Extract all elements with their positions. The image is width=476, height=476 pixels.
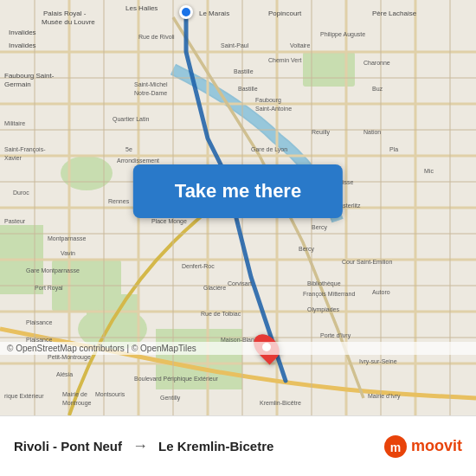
svg-text:Place Monge: Place Monge — [151, 218, 187, 225]
svg-text:François Mitterrand: François Mitterrand — [303, 291, 355, 298]
svg-text:Gare de Lyon: Gare de Lyon — [251, 146, 287, 153]
svg-text:Musée du Louvre: Musée du Louvre — [42, 18, 95, 26]
svg-text:Pasteur: Pasteur — [4, 218, 26, 224]
svg-text:Ivry-sur-Seine: Ivry-sur-Seine — [359, 358, 397, 365]
origin-label: Rivoli - Pont Neuf — [14, 439, 122, 453]
svg-text:Montparnasse: Montparnasse — [48, 235, 86, 242]
moovit-text: moovit — [411, 437, 462, 455]
svg-text:Autoro: Autoro — [372, 289, 390, 295]
svg-text:Petit-Montrouge: Petit-Montrouge — [48, 354, 91, 361]
svg-text:Xavier: Xavier — [4, 155, 23, 161]
origin-marker — [179, 5, 193, 19]
svg-text:m: m — [390, 441, 401, 454]
svg-text:Corvisart: Corvisart — [228, 280, 252, 286]
svg-text:Chemin Vert: Chemin Vert — [268, 57, 302, 63]
svg-text:Pla: Pla — [389, 146, 398, 152]
svg-text:Quartier Latin: Quartier Latin — [113, 116, 150, 123]
svg-text:Bibliothèque: Bibliothèque — [307, 280, 341, 287]
svg-text:Glacière: Glacière — [203, 285, 226, 291]
svg-text:Les Halles: Les Halles — [125, 4, 158, 12]
svg-text:Militaire: Militaire — [4, 120, 25, 126]
arrow-icon: → — [132, 437, 148, 455]
destination-label: Le Kremlin-Bicetre — [158, 439, 273, 453]
svg-text:Kremlin-Bicêtre: Kremlin-Bicêtre — [260, 400, 301, 406]
moovit-logo: m moovit — [383, 434, 462, 459]
svg-text:Alésia: Alésia — [56, 371, 73, 377]
svg-text:Charonne: Charonne — [363, 60, 390, 66]
svg-text:Porte d'Ivry: Porte d'Ivry — [320, 332, 351, 339]
svg-text:Arrondissement: Arrondissement — [117, 158, 159, 164]
svg-text:Palais Royal -: Palais Royal - — [43, 10, 87, 17]
svg-text:Bastille: Bastille — [238, 86, 258, 92]
svg-text:Notre-Dame: Notre-Dame — [134, 90, 167, 96]
svg-text:Popincourt: Popincourt — [268, 10, 302, 17]
svg-text:Nation: Nation — [363, 129, 381, 135]
svg-text:Denfert-Roc: Denfert-Roc — [182, 263, 215, 269]
footer: Rivoli - Pont Neuf → Le Kremlin-Bicetre … — [0, 415, 476, 476]
svg-text:Montrouge: Montrouge — [62, 400, 92, 407]
copyright-bar: © OpenStreetMap contributors | © OpenMap… — [0, 342, 476, 355]
svg-text:Saint-Antoine: Saint-Antoine — [255, 106, 292, 112]
svg-text:Bercy: Bercy — [312, 224, 327, 231]
svg-text:Gentilly: Gentilly — [160, 395, 181, 402]
svg-text:Rue de Tolbiac: Rue de Tolbiac — [201, 311, 241, 317]
svg-text:Père Lachaise: Père Lachaise — [372, 10, 417, 17]
svg-text:Port Royal: Port Royal — [35, 285, 63, 292]
svg-text:Buz: Buz — [372, 86, 383, 92]
svg-text:Mairie d'Ivry: Mairie d'Ivry — [368, 393, 401, 400]
svg-text:Saint-Michel: Saint-Michel — [134, 81, 168, 87]
svg-text:Duroc: Duroc — [13, 190, 29, 196]
svg-text:Saint-François-: Saint-François- — [4, 146, 46, 153]
svg-text:Voltaire: Voltaire — [290, 42, 310, 48]
svg-text:rique Extérieur: rique Extérieur — [4, 393, 44, 400]
svg-text:Saint-Paul: Saint-Paul — [221, 42, 249, 48]
svg-text:Bercy: Bercy — [299, 246, 314, 253]
route-info: Rivoli - Pont Neuf → Le Kremlin-Bicetre — [14, 437, 383, 455]
take-me-there-button[interactable]: Take me there — [133, 164, 343, 218]
svg-text:Vavin: Vavin — [61, 250, 75, 256]
svg-text:Plaisance: Plaisance — [26, 319, 52, 325]
svg-text:Montsouris: Montsouris — [95, 391, 125, 397]
svg-text:5e: 5e — [125, 146, 132, 152]
moovit-icon: m — [383, 434, 408, 459]
svg-text:Faubourg Saint-: Faubourg Saint- — [4, 72, 55, 80]
svg-text:Rennes: Rennes — [108, 198, 130, 204]
svg-text:Invalides: Invalides — [9, 29, 36, 36]
svg-text:Boulevard Périphique Extérieur: Boulevard Périphique Extérieur — [134, 376, 219, 383]
svg-text:Mairie de: Mairie de — [62, 391, 87, 397]
svg-text:Cour Saint-Emilion: Cour Saint-Emilion — [342, 259, 392, 265]
svg-text:Rue de Rivoli: Rue de Rivoli — [138, 34, 175, 40]
svg-text:Gare Montparnasse: Gare Montparnasse — [26, 267, 80, 274]
svg-text:Bastille: Bastille — [234, 68, 254, 74]
svg-text:Philippe Auguste: Philippe Auguste — [320, 31, 365, 38]
svg-text:Reuilly: Reuilly — [312, 129, 331, 136]
map-container: Invalides Invalides Faubourg Saint- Germ… — [0, 0, 476, 415]
svg-text:Germain: Germain — [4, 80, 31, 88]
svg-text:Invalides: Invalides — [9, 42, 36, 49]
svg-text:Le Marais: Le Marais — [199, 10, 229, 17]
svg-text:Faubourg: Faubourg — [255, 97, 281, 104]
svg-text:Olympiades: Olympiades — [307, 306, 339, 313]
copyright-text: © OpenStreetMap contributors | © OpenMap… — [7, 344, 196, 353]
svg-text:Mic: Mic — [424, 168, 434, 174]
